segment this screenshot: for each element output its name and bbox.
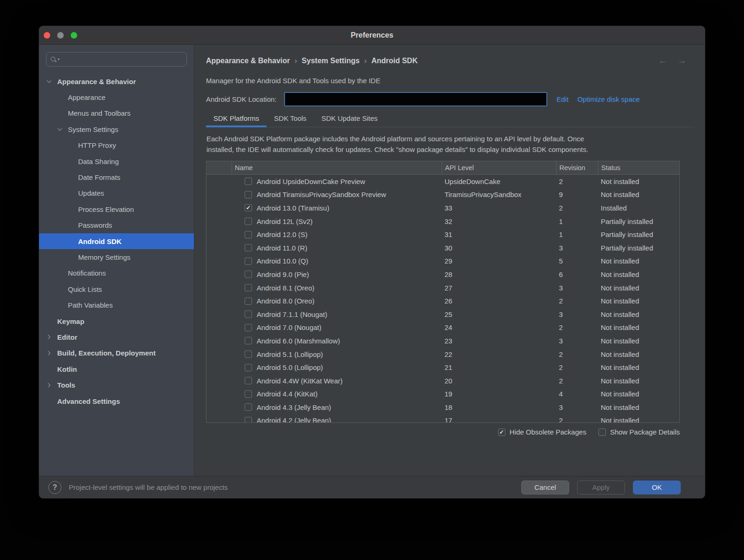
- chevron-right-icon[interactable]: [46, 335, 51, 339]
- chevron-right-icon[interactable]: [46, 383, 51, 388]
- back-arrow-icon[interactable]: ←: [658, 56, 667, 66]
- package-checkbox[interactable]: [245, 178, 252, 185]
- sidebar-item-keymap[interactable]: Keymap: [39, 313, 194, 329]
- chevron-right-icon[interactable]: [46, 351, 51, 356]
- table-row[interactable]: Android 6.0 (Marshmallow)233Not installe…: [206, 334, 679, 348]
- sidebar-item-quick-lists[interactable]: Quick Lists: [39, 281, 194, 297]
- package-checkbox[interactable]: [245, 377, 252, 384]
- table-row[interactable]: Android 8.1 (Oreo)273Not installed: [206, 281, 679, 295]
- footer-message: Project-level settings will be applied t…: [69, 483, 228, 491]
- sidebar-item-process-elevation[interactable]: Process Elevation: [39, 201, 194, 217]
- hide-obsolete-packages-option[interactable]: Hide Obsolete Packages: [498, 428, 586, 436]
- sidebar-item-build-execution-deployment[interactable]: Build, Execution, Deployment: [39, 345, 194, 361]
- chevron-down-icon[interactable]: [47, 79, 52, 83]
- zoom-window-icon[interactable]: [71, 32, 77, 39]
- sidebar-item-http-proxy[interactable]: HTTP Proxy: [39, 138, 194, 153]
- sidebar-item-advanced-settings[interactable]: Advanced Settings: [39, 393, 194, 409]
- sidebar-item-system-settings[interactable]: System Settings: [39, 121, 194, 137]
- table-row[interactable]: Android 10.0 (Q)295Not installed: [206, 255, 679, 268]
- sidebar-item-memory-settings[interactable]: Memory Settings: [39, 249, 194, 265]
- table-row[interactable]: Android 7.0 (Nougat)242Not installed: [206, 321, 679, 335]
- table-row[interactable]: Android 4.4W (KitKat Wear)202Not install…: [206, 374, 679, 388]
- sidebar-item-notifications[interactable]: Notifications: [39, 265, 194, 281]
- table-row[interactable]: Android TiramisuPrivacySandbox PreviewTi…: [206, 188, 679, 202]
- minimize-window-icon[interactable]: [57, 32, 64, 39]
- sdk-location-input[interactable]: [284, 92, 547, 106]
- sidebar-item-updates[interactable]: Updates: [39, 185, 194, 201]
- package-checkbox[interactable]: [245, 417, 252, 422]
- tab-sdk-update-sites[interactable]: SDK Update Sites: [314, 114, 385, 127]
- apply-button[interactable]: Apply: [577, 481, 625, 494]
- search-options-caret-icon[interactable]: ▾: [58, 57, 60, 61]
- show-package-details-option[interactable]: Show Package Details: [598, 428, 680, 436]
- package-checkbox[interactable]: [245, 244, 252, 251]
- help-icon[interactable]: ?: [48, 481, 61, 494]
- package-checkbox[interactable]: [245, 297, 252, 305]
- forward-arrow-icon[interactable]: →: [678, 56, 686, 66]
- package-checkbox[interactable]: [245, 403, 252, 411]
- sidebar-item-data-sharing[interactable]: Data Sharing: [39, 153, 194, 169]
- breadcrumb-item[interactable]: Appearance & Behavior: [206, 57, 290, 65]
- settings-search-input[interactable]: ▾: [46, 52, 187, 66]
- close-window-icon[interactable]: [44, 32, 50, 39]
- table-row[interactable]: Android 13.0 (Tiramisu)332Installed: [206, 201, 679, 215]
- column-header-status[interactable]: Status: [598, 161, 679, 174]
- sidebar-item-path-variables[interactable]: Path Variables: [39, 297, 194, 313]
- tab-sdk-platforms[interactable]: SDK Platforms: [206, 114, 266, 127]
- status: Not installed: [598, 310, 679, 318]
- sidebar-item-android-sdk[interactable]: Android SDK: [39, 233, 194, 249]
- table-row[interactable]: Android 4.4 (KitKat)194Not installed: [206, 388, 679, 401]
- table-row[interactable]: Android UpsideDownCake PreviewUpsideDown…: [206, 175, 679, 188]
- package-checkbox[interactable]: [245, 284, 252, 291]
- package-checkbox[interactable]: [245, 270, 252, 278]
- table-row[interactable]: Android 5.1 (Lollipop)222Not installed: [206, 348, 679, 361]
- table-row[interactable]: Android 12.0 (S)311Partially installed: [206, 228, 679, 241]
- table-row[interactable]: Android 4.2 (Jelly Bean)172Not installed: [206, 414, 679, 422]
- cancel-button[interactable]: Cancel: [521, 481, 569, 494]
- ok-button[interactable]: OK: [633, 481, 681, 494]
- package-checkbox[interactable]: [245, 257, 252, 265]
- sidebar-item-editor[interactable]: Editor: [39, 329, 194, 345]
- package-checkbox[interactable]: [245, 204, 252, 211]
- sidebar-item-passwords[interactable]: Passwords: [39, 217, 194, 233]
- breadcrumb-item[interactable]: System Settings: [302, 57, 359, 65]
- sidebar-item-label: Menus and Toolbars: [68, 109, 131, 117]
- table-row[interactable]: Android 11.0 (R)303Partially installed: [206, 241, 679, 255]
- table-row[interactable]: Android 7.1.1 (Nougat)253Not installed: [206, 308, 679, 321]
- sidebar-item-date-formats[interactable]: Date Formats: [39, 169, 194, 185]
- hide-obsolete-checkbox[interactable]: [498, 428, 505, 436]
- package-checkbox[interactable]: [245, 390, 252, 398]
- sidebar-item-label: Quick Lists: [68, 285, 102, 293]
- sidebar-item-appearance-behavior[interactable]: Appearance & Behavior: [39, 73, 194, 89]
- package-name: Android TiramisuPrivacySandbox Preview: [257, 191, 386, 198]
- breadcrumb-item[interactable]: Android SDK: [372, 57, 418, 65]
- sidebar-item-appearance[interactable]: Appearance: [39, 89, 194, 105]
- tab-sdk-tools[interactable]: SDK Tools: [266, 114, 314, 127]
- revision: 1: [556, 231, 598, 238]
- table-row[interactable]: Android 9.0 (Pie)286Not installed: [206, 268, 679, 281]
- package-checkbox[interactable]: [245, 364, 252, 371]
- revision: 3: [556, 337, 598, 345]
- column-header-revision[interactable]: Revision: [556, 161, 598, 174]
- package-checkbox[interactable]: [245, 350, 252, 358]
- sidebar-item-tools[interactable]: Tools: [39, 377, 194, 393]
- chevron-down-icon[interactable]: [58, 126, 62, 131]
- table-row[interactable]: Android 5.0 (Lollipop)212Not installed: [206, 361, 679, 374]
- package-checkbox[interactable]: [245, 337, 252, 344]
- sidebar-item-menus-and-toolbars[interactable]: Menus and Toolbars: [39, 105, 194, 121]
- column-header-api[interactable]: API Level: [442, 161, 556, 174]
- package-checkbox[interactable]: [245, 324, 252, 331]
- show-package-details-checkbox[interactable]: [598, 428, 606, 436]
- table-row[interactable]: Android 4.3 (Jelly Bean)183Not installed: [206, 401, 679, 414]
- package-checkbox[interactable]: [245, 310, 252, 318]
- table-row[interactable]: Android 12L (Sv2)321Partially installed: [206, 215, 679, 228]
- sidebar-item-kotlin[interactable]: Kotlin: [39, 361, 194, 377]
- column-header-name[interactable]: Name: [232, 161, 442, 174]
- package-checkbox[interactable]: [245, 191, 252, 198]
- revision: 2: [556, 297, 598, 305]
- edit-location-link[interactable]: Edit: [557, 95, 569, 103]
- table-row[interactable]: Android 8.0 (Oreo)262Not installed: [206, 294, 679, 308]
- package-checkbox[interactable]: [245, 217, 252, 225]
- optimize-disk-space-link[interactable]: Optimize disk space: [578, 95, 640, 103]
- package-checkbox[interactable]: [245, 231, 252, 238]
